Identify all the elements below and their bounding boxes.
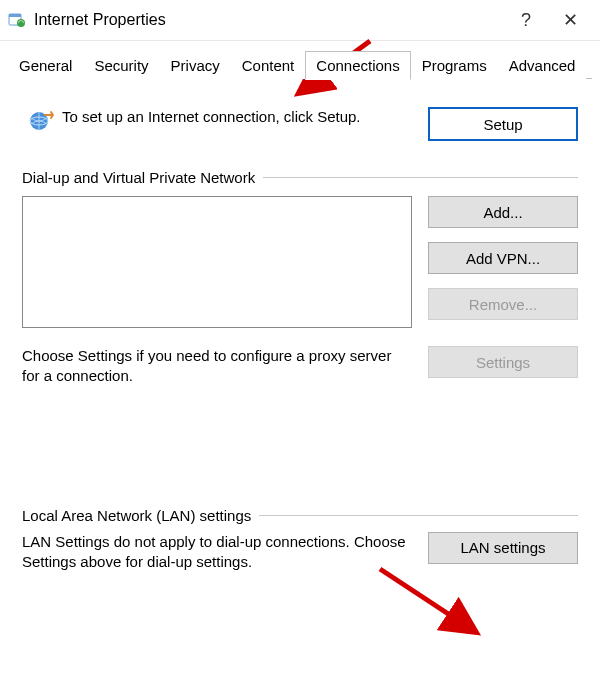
setup-button[interactable]: Setup [428, 107, 578, 141]
add-vpn-button[interactable]: Add VPN... [428, 242, 578, 274]
tab-security[interactable]: Security [83, 51, 159, 79]
svg-rect-1 [9, 14, 21, 17]
network-setup-icon [22, 107, 62, 137]
divider [263, 177, 578, 178]
tab-general[interactable]: General [8, 51, 83, 79]
tab-programs[interactable]: Programs [411, 51, 498, 79]
setup-text: To set up an Internet connection, click … [62, 107, 428, 127]
tab-privacy[interactable]: Privacy [160, 51, 231, 79]
dialup-buttons: Add... Add VPN... Remove... [428, 196, 578, 328]
add-button[interactable]: Add... [428, 196, 578, 228]
lan-text: LAN Settings do not apply to dial-up con… [22, 532, 412, 573]
lan-row: LAN Settings do not apply to dial-up con… [22, 532, 578, 573]
tab-advanced[interactable]: Advanced [498, 51, 587, 79]
connections-pane: To set up an Internet connection, click … [0, 79, 600, 586]
lan-heading-text: Local Area Network (LAN) settings [22, 507, 251, 524]
dialup-group-heading: Dial-up and Virtual Private Network [22, 169, 578, 186]
internet-options-icon [8, 11, 26, 29]
help-button[interactable]: ? [504, 4, 548, 36]
window-title: Internet Properties [34, 11, 166, 29]
lan-section: Local Area Network (LAN) settings LAN Se… [22, 507, 578, 573]
lan-group-heading: Local Area Network (LAN) settings [22, 507, 578, 524]
remove-button: Remove... [428, 288, 578, 320]
setup-row: To set up an Internet connection, click … [22, 107, 578, 141]
dialup-heading-text: Dial-up and Virtual Private Network [22, 169, 255, 186]
svg-line-6 [380, 569, 456, 619]
tab-content[interactable]: Content [231, 51, 306, 79]
divider [259, 515, 578, 516]
tab-strip: General Security Privacy Content Connect… [0, 41, 600, 79]
dialup-area: Add... Add VPN... Remove... [22, 196, 578, 328]
tab-connections[interactable]: Connections [305, 51, 410, 80]
lan-settings-button[interactable]: LAN settings [428, 532, 578, 564]
dialup-settings-button: Settings [428, 346, 578, 378]
dialup-connections-listbox[interactable] [22, 196, 412, 328]
close-button[interactable]: ✕ [548, 4, 592, 36]
proxy-text: Choose Settings if you need to configure… [22, 346, 412, 387]
title-bar: Internet Properties ? ✕ [0, 0, 600, 41]
proxy-row: Choose Settings if you need to configure… [22, 346, 578, 387]
